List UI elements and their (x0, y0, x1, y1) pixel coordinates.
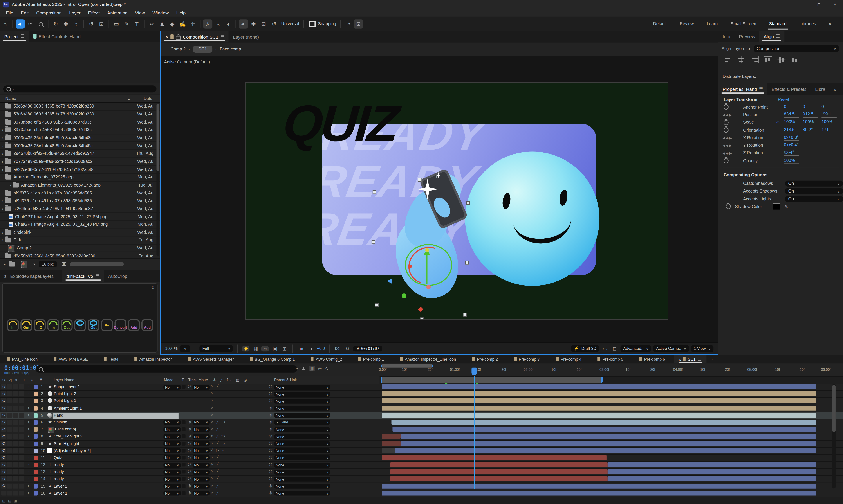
layer-name[interactable]: Ambient Light 1 (54, 406, 179, 412)
column-date[interactable]: Date (144, 96, 153, 101)
timeline-comp-tab[interactable]: Pre-comp 4 (549, 355, 590, 363)
property-value[interactable]: 834.5 (784, 112, 799, 118)
preserve-transparency-toggle[interactable] (182, 456, 185, 460)
project-item-row[interactable]: › cf26f3db-d43e-4a57-98a1-941d0a8dbe87 W… (0, 205, 160, 213)
option-dropdown[interactable]: On∨ (785, 196, 843, 202)
layer-color-chip[interactable] (34, 470, 38, 474)
project-item-row[interactable]: › 53c6a480-0603-4365-bc78-420a82f0b230 W… (0, 103, 160, 111)
new-folder-icon[interactable] (9, 262, 15, 267)
tab-layer[interactable]: Layer (none) (229, 31, 263, 42)
layer-color-chip[interactable] (34, 420, 38, 425)
preserve-transparency-toggle[interactable] (182, 470, 185, 474)
audio-toggle[interactable] (7, 476, 12, 481)
menu-item[interactable]: Animation (104, 10, 131, 15)
expander-icon[interactable]: › (0, 199, 5, 203)
work-area-bar[interactable] (381, 377, 603, 383)
preserve-transparency-toggle[interactable] (182, 442, 185, 445)
timeline-comp-tab[interactable]: Pre-comp 3 (507, 355, 549, 363)
layer-duration-bar[interactable] (382, 398, 816, 403)
audio-toggle[interactable] (7, 469, 12, 474)
parent-link-dropdown[interactable]: None∨ (274, 470, 330, 474)
fast-previews-icon[interactable]: ⚡ (242, 346, 250, 351)
project-item-row[interactable]: › 70773499-c5e8-4fab-b2fd-cc0d13008ac2 W… (0, 158, 160, 166)
graph-editor-icon[interactable]: ∿ (325, 366, 328, 371)
lock-toggle[interactable] (19, 476, 24, 481)
property-value[interactable]: 0 (803, 104, 818, 110)
project-item-row[interactable]: ⌄ Amazon Elements_072925.aep Mon, Au (0, 174, 160, 182)
project-item-row[interactable]: › a822ce66-0c77-4119-b206-45771f02ac48 W… (0, 166, 160, 174)
layer-expander-icon[interactable]: › (28, 391, 29, 395)
time-navigator[interactable] (381, 364, 433, 368)
keyframe-nav-icons[interactable]: ◀ ◆ ▶ (723, 151, 732, 155)
eraser-tool-icon[interactable]: ◆ (168, 19, 177, 29)
preserve-transparency-toggle[interactable] (182, 477, 185, 481)
panel-menu-icon[interactable]: ☰ (220, 34, 225, 39)
comp-mini-flowchart-icon[interactable]: ⌁ (296, 366, 299, 371)
audio-toggle[interactable] (7, 406, 12, 411)
eye-toggle[interactable]: ⊙ (1, 420, 6, 425)
layer-color-chip[interactable] (34, 413, 38, 417)
tab-info[interactable]: Info (718, 31, 735, 42)
selection-handle[interactable] (420, 317, 424, 320)
draft-3d-button[interactable]: ⚡Draft 3D (571, 345, 599, 352)
lock-column-icon[interactable]: ⊟ (21, 378, 24, 382)
eye-toggle[interactable]: ⊙ (1, 455, 6, 460)
expander-icon[interactable]: › (0, 160, 5, 163)
parent-pickwhip-icon[interactable]: ◎ (269, 406, 272, 410)
script-button[interactable]: Out (20, 319, 32, 331)
expander-icon[interactable]: › (0, 207, 5, 211)
gizmo-rotate-icon[interactable]: ↺ (269, 19, 279, 29)
blend-mode-dropdown[interactable]: No∨ (163, 455, 180, 460)
preserve-transparency-toggle[interactable] (182, 484, 185, 488)
panel-menu-icon[interactable]: ☰ (21, 34, 24, 39)
track-matte-pickwhip-icon[interactable]: ◎ (188, 455, 191, 460)
stopwatch-icon[interactable] (724, 120, 729, 125)
mode-column[interactable]: Mode (164, 378, 174, 381)
track-matte-dropdown[interactable]: No∨ (193, 491, 210, 496)
track-matte-pickwhip-icon[interactable]: ◎ (188, 441, 191, 445)
snapshot-icon[interactable]: ⌧ (334, 346, 341, 351)
property-value[interactable]: 100% (822, 120, 837, 125)
parent-link-dropdown[interactable]: None∨ (274, 392, 330, 396)
expander-icon[interactable]: › (0, 152, 5, 156)
gizmo-scale-icon[interactable]: ⊡ (259, 19, 268, 29)
timeline-comp-tab[interactable]: IAM_Line Icon (0, 355, 47, 363)
eye-toggle[interactable]: ⊙ (1, 427, 6, 432)
layer-duration-bar[interactable] (608, 469, 816, 474)
gizmo-y-axis[interactable] (427, 252, 428, 284)
timeline-comp-tab[interactable]: BG_Orange 6 Comp 1 (243, 355, 304, 363)
layer-color-chip[interactable] (34, 449, 38, 453)
menu-item[interactable]: Composition (33, 10, 66, 15)
expander-icon[interactable]: › (0, 112, 5, 116)
selection-handle[interactable] (465, 261, 469, 265)
parent-link-dropdown[interactable]: None∨ (274, 413, 330, 418)
keyframe-nav-icons[interactable]: ◀ ◆ ▶ (723, 144, 732, 147)
layer-expander-icon[interactable]: › (28, 406, 29, 409)
layer-duration-bar[interactable] (608, 476, 816, 481)
track-matte-dropdown[interactable]: No∨ (193, 420, 210, 425)
expander-icon[interactable]: › (0, 231, 5, 234)
layer-row[interactable]: ⊙ › 2 ⚪ Point Light 2 ∨ ◎ ∨ ✳ ◎ (0, 391, 843, 398)
maximize-button[interactable]: □ (811, 2, 827, 7)
track-matte-pickwhip-icon[interactable]: ◎ (188, 427, 191, 431)
audio-toggle[interactable] (7, 434, 12, 439)
layer-duration-bar[interactable] (391, 462, 608, 467)
clone-stamp-tool-icon[interactable]: ♟ (158, 19, 167, 29)
track-matte-dropdown[interactable]: No∨ (193, 448, 210, 453)
gizmo-x-arrow[interactable] (384, 278, 392, 284)
layer-expander-icon[interactable]: › (28, 427, 29, 430)
expander-icon[interactable]: › (0, 144, 5, 147)
layer-switches[interactable]: ╱ fx ◐ (211, 448, 226, 452)
home-icon[interactable]: ⌂ (0, 19, 10, 29)
parent-pickwhip-icon[interactable]: ◎ (269, 413, 272, 417)
track-matte-pickwhip-icon[interactable]: ◎ (188, 469, 191, 474)
property-value[interactable]: 0x+0.4° (784, 142, 799, 148)
layer-row[interactable]: ⊙ › 15 ★ Layer 2 No∨ ◎ No∨ ✳ ╱ ◎ (0, 483, 843, 490)
selection-handle[interactable] (466, 201, 470, 205)
magnification-dropdown[interactable]: ∨ (180, 345, 191, 352)
audio-toggle[interactable] (7, 484, 12, 488)
parent-pickwhip-icon[interactable]: ◎ (269, 427, 272, 431)
align-vert-center-button[interactable] (777, 56, 786, 64)
parent-link-dropdown[interactable]: None∨ (274, 384, 330, 390)
timeline-comp-tab[interactable]: AWS Secrets Manager (181, 355, 243, 363)
